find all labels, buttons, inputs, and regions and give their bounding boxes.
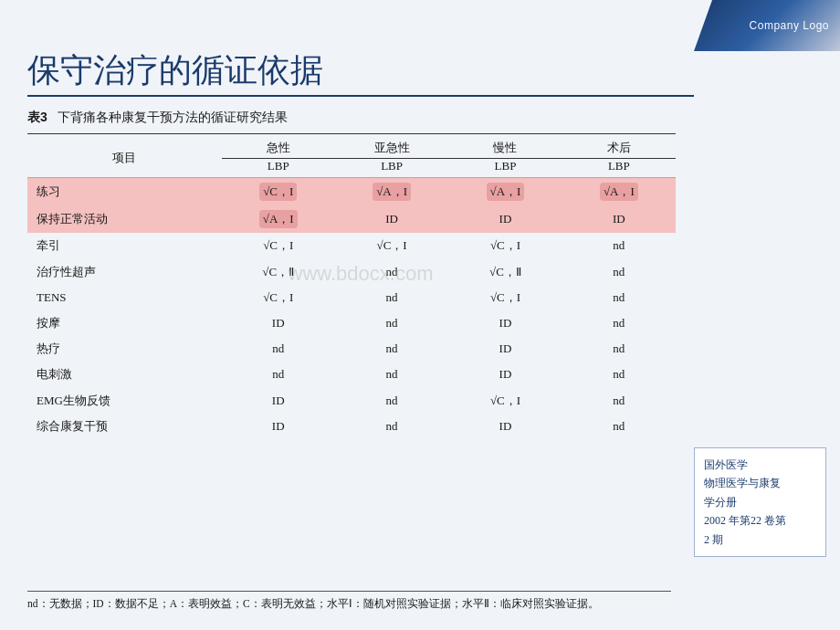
main-content: 表3 下背痛各种康复干预方法的循证研究结果 项目 急性 亚急性 慢性 术后 LB… [27, 110, 676, 612]
cell-chronic: ID [448, 414, 562, 439]
cell-chronic: √C，I [448, 285, 562, 310]
table-number: 表3 [27, 110, 47, 124]
cell-subacute: nd [335, 259, 448, 285]
cell-postop: nd [562, 233, 676, 258]
cell-chronic: ID [448, 205, 562, 233]
page-title-area: 保守治疗的循证依据 [27, 50, 694, 97]
cell-chronic: ID [448, 336, 562, 362]
cell-subacute: nd [335, 388, 448, 414]
side-note-line2: 物理医学与康复 [704, 474, 816, 492]
cell-acute: √C，I [222, 233, 335, 258]
cell-item: EMG生物反馈 [27, 388, 222, 414]
col-header-postop-1: 术后 [562, 134, 676, 159]
cell-subacute: ID [335, 205, 448, 233]
cell-chronic: ID [448, 362, 562, 387]
cell-postop: nd [562, 388, 676, 414]
cell-item: TENS [27, 285, 222, 310]
cell-acute: nd [222, 336, 335, 362]
cell-item: 按摩 [27, 310, 222, 336]
table-title-text: 下背痛各种康复干预方法的循证研究结果 [58, 110, 288, 124]
title-underline [27, 95, 694, 97]
table-title: 表3 下背痛各种康复干预方法的循证研究结果 [27, 110, 676, 126]
cell-acute: ID [222, 310, 335, 336]
side-note-line1: 国外医学 [704, 456, 816, 474]
cell-item: 治疗性超声 [27, 259, 222, 285]
cell-chronic: √C，Ⅱ [448, 259, 562, 285]
cell-acute: √C，I [222, 178, 335, 206]
cell-postop: nd [562, 362, 676, 387]
side-note-line5: 2 期 [704, 530, 816, 549]
cell-acute: √A，I [222, 205, 335, 233]
side-note-line3: 学分册 [704, 493, 816, 511]
cell-chronic: √A，I [448, 178, 562, 206]
cell-acute: ID [222, 414, 335, 439]
cell-subacute: nd [335, 310, 448, 336]
logo-text: Company Logo [750, 19, 829, 32]
cell-postop: ID [562, 205, 676, 233]
cell-item: 保持正常活动 [27, 205, 222, 233]
data-table: 项目 急性 亚急性 慢性 术后 LBP LBP LBP LBP 练习 √C，I … [27, 133, 676, 439]
col-header-subacute-1: 亚急性 [335, 134, 448, 159]
side-note-line4: 2002 年第22 卷第 [704, 511, 816, 530]
side-note: 国外医学 物理医学与康复 学分册 2002 年第22 卷第 2 期 [694, 447, 826, 557]
col-header-postop-2: LBP [562, 159, 676, 178]
col-header-item: 项目 [27, 134, 222, 178]
cell-item: 综合康复干预 [27, 414, 222, 439]
slide: Company Logo 保守治疗的循证依据 表3 下背痛各种康复干预方法的循证… [0, 0, 840, 630]
cell-acute: √C，Ⅱ [222, 259, 335, 285]
cell-subacute: √A，I [335, 178, 448, 206]
cell-postop: √A，I [562, 178, 676, 206]
cell-postop: nd [562, 285, 676, 310]
cell-subacute: nd [335, 285, 448, 310]
col-header-acute-2: LBP [222, 159, 335, 178]
cell-chronic: ID [448, 310, 562, 336]
cell-subacute: √C，I [335, 233, 448, 258]
cell-item: 牵引 [27, 233, 222, 258]
cell-subacute: nd [335, 336, 448, 362]
cell-item: 电刺激 [27, 362, 222, 387]
page-title: 保守治疗的循证依据 [27, 50, 694, 89]
col-header-subacute-2: LBP [335, 159, 448, 178]
cell-postop: nd [562, 310, 676, 336]
col-header-acute-1: 急性 [222, 134, 335, 159]
cell-postop: nd [562, 336, 676, 362]
cell-subacute: nd [335, 414, 448, 439]
col-header-chronic-2: LBP [448, 159, 562, 178]
cell-item: 热疗 [27, 336, 222, 362]
cell-postop: nd [562, 259, 676, 285]
cell-chronic: √C，I [448, 388, 562, 414]
cell-acute: nd [222, 362, 335, 387]
col-header-chronic-1: 慢性 [448, 134, 562, 159]
cell-acute: ID [222, 388, 335, 414]
cell-chronic: √C，I [448, 233, 562, 258]
cell-acute: √C，I [222, 285, 335, 310]
cell-item: 练习 [27, 178, 222, 206]
cell-postop: nd [562, 414, 676, 439]
cell-subacute: nd [335, 362, 448, 387]
logo-area: Company Logo [694, 0, 840, 51]
footnote: nd：无数据；ID：数据不足；A：表明效益；C：表明无效益；水平Ⅰ：随机对照实验… [27, 591, 671, 612]
